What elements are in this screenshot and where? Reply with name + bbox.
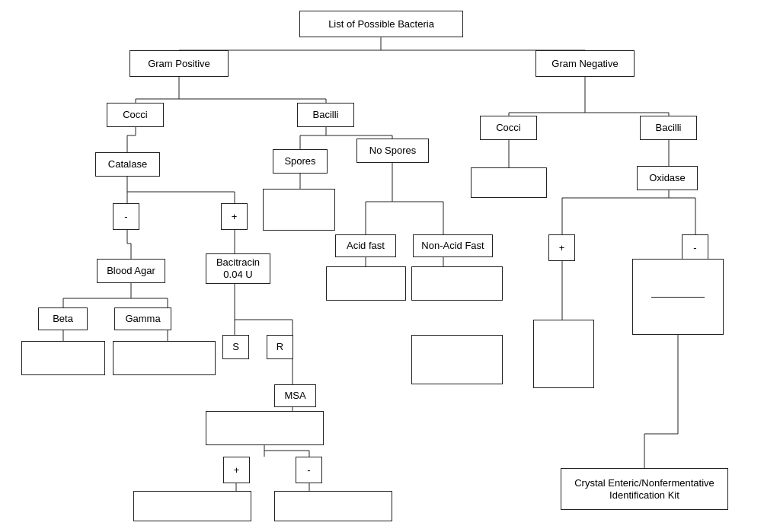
ox-neg-node: - bbox=[682, 234, 708, 261]
crystal-enteric-node: Crystal Enteric/NonfermentativeIdentific… bbox=[561, 468, 728, 510]
acid-fast-empty-box bbox=[326, 266, 406, 301]
acid-fast-node: Acid fast bbox=[335, 234, 396, 257]
msa-node: MSA bbox=[274, 384, 316, 407]
msa-pos-empty-box bbox=[133, 491, 251, 521]
gram-positive-node: Gram Positive bbox=[129, 50, 229, 77]
oxidase-node: Oxidase bbox=[637, 166, 698, 190]
msa-neg-node: - bbox=[296, 457, 322, 483]
gn-cocci-node: Cocci bbox=[480, 116, 537, 140]
ox-pos-down-box bbox=[533, 320, 594, 388]
gamma-node: Gamma bbox=[114, 307, 171, 330]
blood-agar-node: Blood Agar bbox=[97, 259, 165, 283]
beta-node: Beta bbox=[38, 307, 88, 330]
spores-empty-box bbox=[263, 189, 335, 231]
cat-pos-node: + bbox=[221, 203, 248, 230]
gn-cocci-empty-box bbox=[471, 167, 547, 198]
gn-bacilli-node: Bacilli bbox=[640, 116, 697, 140]
spores-node: Spores bbox=[273, 149, 328, 174]
bacitracin-node: Bacitracin0.04 U bbox=[206, 253, 270, 284]
msa-neg-empty-box bbox=[274, 491, 392, 521]
no-spores-node: No Spores bbox=[356, 139, 429, 163]
msa-empty-box bbox=[206, 411, 324, 445]
gamma-empty-box bbox=[113, 341, 216, 375]
gp-bacilli-node: Bacilli bbox=[297, 103, 354, 127]
bac-r-node: R bbox=[267, 335, 293, 359]
bac-s-node: S bbox=[222, 335, 249, 359]
non-af-big-box bbox=[411, 335, 503, 384]
ox-neg-big-box bbox=[632, 259, 724, 335]
root-node: List of Possible Bacteria bbox=[299, 11, 463, 37]
ox-pos-node: + bbox=[548, 234, 575, 261]
non-acid-fast-node: Non-Acid Fast bbox=[413, 234, 493, 257]
cat-neg-node: - bbox=[113, 203, 139, 230]
gp-cocci-node: Cocci bbox=[107, 103, 164, 127]
msa-pos-node: + bbox=[223, 457, 250, 483]
gram-negative-node: Gram Negative bbox=[535, 50, 635, 77]
beta-empty-box bbox=[21, 341, 105, 375]
catalase-node: Catalase bbox=[95, 152, 160, 177]
non-acid-fast-empty-box bbox=[411, 266, 503, 301]
